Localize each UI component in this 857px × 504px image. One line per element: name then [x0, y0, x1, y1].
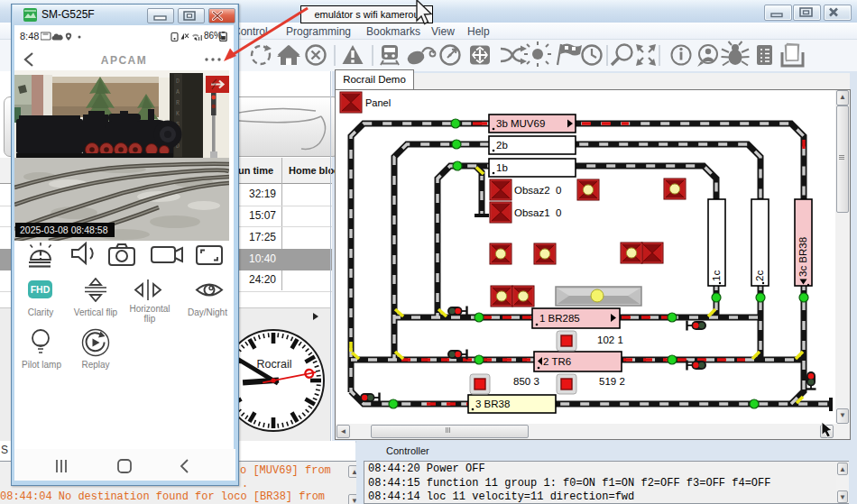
svg-text:2025-03-08 08:48:58: 2025-03-08 08:48:58 — [20, 225, 108, 235]
svg-text:519 2: 519 2 — [599, 376, 625, 387]
svg-text:3 BR38: 3 BR38 — [475, 399, 510, 409]
svg-text:2c: 2c — [754, 270, 765, 281]
svg-text:102 1: 102 1 — [597, 334, 623, 345]
svg-text:Rocrail: Rocrail — [257, 358, 292, 371]
svg-text:D: D — [176, 78, 180, 85]
svg-text:Obsaz2 0: Obsaz2 0 — [514, 185, 561, 196]
svg-text:2b: 2b — [496, 140, 508, 151]
svg-text:1 BR285: 1 BR285 — [539, 313, 580, 324]
svg-text:A: A — [176, 89, 180, 96]
svg-text:Panel: Panel — [365, 97, 391, 108]
svg-text:1b: 1b — [496, 162, 508, 173]
svg-text:3c BR38: 3c BR38 — [797, 237, 808, 277]
svg-text:K: K — [176, 111, 180, 117]
svg-text:1c: 1c — [711, 270, 722, 281]
svg-text:3b MUV69: 3b MUV69 — [496, 118, 545, 129]
svg-text:2 TR6: 2 TR6 — [543, 356, 571, 367]
svg-text:Obsaz1 0: Obsaz1 0 — [514, 207, 561, 218]
svg-text:850 3: 850 3 — [513, 376, 539, 387]
svg-text:R: R — [176, 100, 180, 106]
